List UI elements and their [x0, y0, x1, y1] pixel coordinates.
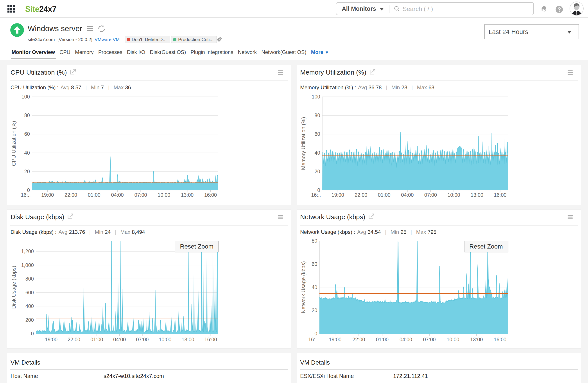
- svg-text:60: 60: [24, 131, 30, 137]
- svg-text:20: 20: [24, 169, 30, 174]
- svg-text:16:..: 16:..: [21, 192, 31, 198]
- svg-text:16:00: 16:00: [494, 337, 506, 343]
- svg-text:Network Usage (kbps): Network Usage (kbps): [300, 261, 306, 313]
- svg-text:07:00: 07:00: [423, 337, 436, 343]
- svg-text:80: 80: [312, 238, 317, 244]
- svg-text:200: 200: [25, 317, 34, 323]
- svg-text:19:00: 19:00: [41, 192, 54, 198]
- svg-text:19:00: 19:00: [332, 192, 344, 198]
- svg-text:16:..: 16:..: [308, 337, 318, 343]
- svg-text:04:00: 04:00: [111, 192, 124, 198]
- svg-text:07:00: 07:00: [136, 337, 149, 343]
- svg-text:04:00: 04:00: [113, 337, 126, 343]
- svg-text:01:00: 01:00: [378, 192, 391, 198]
- svg-text:400: 400: [25, 303, 34, 309]
- svg-text:60: 60: [315, 131, 320, 137]
- svg-text:Disk Usage (kbps): Disk Usage (kbps): [11, 266, 17, 309]
- svg-text:10:00: 10:00: [447, 192, 460, 198]
- svg-text:01:00: 01:00: [376, 337, 389, 343]
- svg-text:13:00: 13:00: [181, 192, 194, 198]
- svg-text:80: 80: [24, 113, 30, 118]
- svg-text:22:00: 22:00: [64, 192, 77, 198]
- svg-text:80: 80: [315, 113, 320, 118]
- svg-text:01:00: 01:00: [88, 192, 101, 198]
- svg-text:100: 100: [21, 94, 30, 100]
- svg-text:100: 100: [312, 94, 320, 100]
- svg-text:19:00: 19:00: [45, 337, 58, 343]
- svg-text:19:00: 19:00: [329, 337, 342, 343]
- svg-text:1,200: 1,200: [21, 248, 34, 254]
- svg-text:Memory Utilization (%): Memory Utilization (%): [300, 117, 306, 170]
- svg-text:40: 40: [312, 284, 317, 290]
- svg-text:CPU Utilization (%): CPU Utilization (%): [11, 121, 17, 166]
- svg-text:1,000: 1,000: [21, 262, 34, 268]
- svg-text:600: 600: [25, 290, 34, 296]
- svg-text:16:00: 16:00: [205, 337, 217, 343]
- svg-text:07:00: 07:00: [134, 192, 147, 198]
- svg-text:16:..: 16:..: [311, 192, 321, 198]
- svg-text:10:00: 10:00: [447, 337, 460, 343]
- svg-text:01:00: 01:00: [90, 337, 103, 343]
- svg-text:22:00: 22:00: [352, 337, 365, 343]
- svg-text:800: 800: [25, 276, 34, 282]
- svg-text:40: 40: [315, 150, 320, 156]
- svg-text:0: 0: [315, 331, 317, 337]
- svg-text:22:00: 22:00: [355, 192, 367, 198]
- svg-text:13:00: 13:00: [471, 192, 483, 198]
- svg-text:04:00: 04:00: [399, 337, 412, 343]
- svg-text:07:00: 07:00: [424, 192, 437, 198]
- svg-text:20: 20: [312, 307, 317, 313]
- svg-text:13:00: 13:00: [470, 337, 483, 343]
- svg-text:10:00: 10:00: [159, 337, 171, 343]
- svg-text:22:00: 22:00: [68, 337, 80, 343]
- svg-text:04:00: 04:00: [401, 192, 414, 198]
- svg-text:60: 60: [312, 261, 317, 267]
- svg-text:10:00: 10:00: [158, 192, 170, 198]
- svg-text:40: 40: [24, 150, 30, 156]
- svg-text:16:00: 16:00: [494, 192, 507, 198]
- svg-text:13:00: 13:00: [182, 337, 194, 343]
- svg-text:0: 0: [31, 331, 34, 337]
- svg-text:20: 20: [315, 169, 320, 174]
- svg-text:16:00: 16:00: [204, 192, 217, 198]
